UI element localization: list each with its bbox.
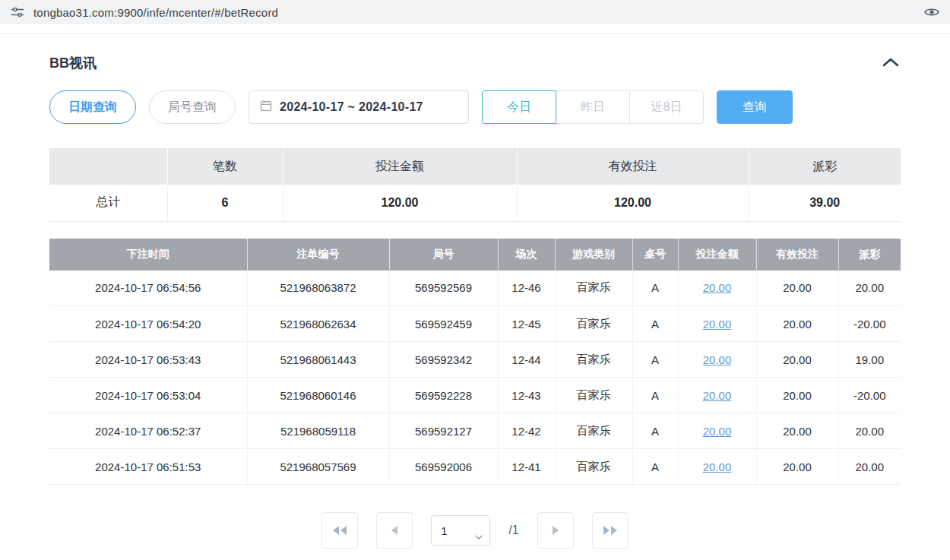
page-select-wrap: 1 [431,515,490,546]
cell-table-no: A [632,306,678,342]
cell-game-type: 百家乐 [555,449,632,485]
cell-table-no: A [632,271,678,306]
bet-record-page: BB视讯 日期查询 局号查询 2024-10-17 ~ 2024-10-17 今… [0,54,950,549]
cell-bet-time: 2024-10-17 06:54:20 [49,306,247,342]
cell-bet-id: 521968062634 [247,306,389,342]
cell-session: 12-44 [498,342,555,378]
left-arrow-icon [390,524,399,536]
cell-bet-id: 521968059118 [247,413,389,449]
cell-payout: 19.00 [838,342,901,378]
summary-table: 笔数 投注金额 有效投注 派彩 总计 6 120.00 120.00 39.00 [49,148,901,222]
cell-valid-bet: 20.00 [756,306,838,342]
collapse-chevron-icon[interactable] [881,55,901,71]
cell-bet-id: 521968063872 [247,271,389,306]
cell-bet-time: 2024-10-17 06:53:43 [49,342,247,378]
cell-game-type: 百家乐 [555,342,632,378]
bet-amount-link[interactable]: 20.00 [703,281,732,294]
next-page-button[interactable] [537,512,574,549]
cell-round-id: 569592006 [389,449,498,485]
address-url[interactable]: tongbao31.com:9900/infe/mcenter/#/betRec… [33,6,915,19]
summary-count-value: 6 [167,185,283,221]
table-row: 2024-10-17 06:53:04 521968060146 5695922… [49,378,901,413]
table-row: 2024-10-17 06:54:20 521968062634 5695924… [49,306,901,342]
header-round-id: 局号 [389,239,498,271]
cell-round-id: 569592228 [389,378,498,413]
cell-session: 12-43 [498,378,555,413]
cell-game-type: 百家乐 [555,378,632,413]
yesterday-button[interactable]: 昨日 [556,90,630,124]
last8days-button[interactable]: 近8日 [629,90,704,124]
cell-valid-bet: 20.00 [756,342,838,378]
header-game-type: 游戏类别 [555,239,632,271]
cell-table-no: A [632,449,678,485]
today-button[interactable]: 今日 [482,90,556,124]
header-table-no: 桌号 [632,239,678,271]
summary-header-empty [49,148,167,185]
cell-game-type: 百家乐 [555,413,632,449]
preview-eye-icon[interactable] [924,7,939,17]
cell-game-type: 百家乐 [555,306,632,342]
cell-session: 12-42 [498,413,555,449]
cell-bet-time: 2024-10-17 06:54:56 [49,271,247,306]
panel-title: BB视讯 [49,54,97,72]
header-payout: 派彩 [838,239,901,271]
bet-records-table: 下注时间 注单编号 局号 场次 游戏类别 桌号 投注金额 有效投注 派彩 202… [49,239,901,486]
summary-bet-amount-value: 120.00 [283,185,517,221]
cell-payout: 20.00 [838,271,901,306]
panel-header: BB视讯 [49,54,901,72]
date-range-value: 2024-10-17 ~ 2024-10-17 [280,100,423,114]
round-query-tab[interactable]: 局号查询 [149,90,236,124]
right-arrow-icon [551,524,560,536]
bet-amount-link[interactable]: 20.00 [703,353,732,366]
header-valid-bet: 有效投注 [756,239,838,271]
cell-bet-id: 521968057569 [247,449,389,485]
summary-header-payout: 派彩 [749,148,901,185]
calendar-icon [260,100,272,115]
first-page-button[interactable] [321,512,358,549]
cell-table-no: A [632,378,678,413]
double-left-arrow-icon [331,524,348,536]
records-header-row: 下注时间 注单编号 局号 场次 游戏类别 桌号 投注金额 有效投注 派彩 [49,239,901,271]
quick-range-group: 今日 昨日 近8日 [482,90,704,124]
table-row: 2024-10-17 06:52:37 521968059118 5695921… [49,413,901,449]
cell-round-id: 569592459 [389,306,498,342]
prev-page-button[interactable] [376,512,413,549]
cell-round-id: 569592127 [389,413,498,449]
summary-header-row: 笔数 投注金额 有效投注 派彩 [49,148,901,185]
table-row: 2024-10-17 06:53:43 521968061443 5695923… [49,342,901,378]
filter-toolbar: 日期查询 局号查询 2024-10-17 ~ 2024-10-17 今日 昨日 … [49,90,901,124]
header-bet-id: 注单编号 [247,239,389,271]
site-info-icon[interactable] [11,5,24,19]
double-right-arrow-icon [602,524,619,536]
search-button[interactable]: 查询 [717,90,793,124]
summary-total-label: 总计 [49,185,167,221]
summary-header-bet-amount: 投注金额 [283,148,517,185]
separator-line [0,33,950,34]
date-range-picker[interactable]: 2024-10-17 ~ 2024-10-17 [249,90,469,124]
bet-amount-link[interactable]: 20.00 [703,318,732,331]
bet-amount-link[interactable]: 20.00 [703,460,732,473]
header-bet-amount: 投注金额 [678,239,756,271]
page-select[interactable]: 1 [432,516,489,545]
pagination: 1 /1 [49,512,901,549]
cell-valid-bet: 20.00 [756,271,838,306]
cell-bet-time: 2024-10-17 06:51:53 [49,449,247,485]
cell-payout: 20.00 [838,413,901,449]
page-total: /1 [508,524,518,537]
bet-amount-link[interactable]: 20.00 [703,425,732,438]
summary-valid-bet-value: 120.00 [517,185,749,221]
date-query-tab[interactable]: 日期查询 [49,90,136,124]
cell-bet-time: 2024-10-17 06:52:37 [49,413,247,449]
cell-payout: -20.00 [838,378,901,413]
cell-session: 12-46 [498,271,555,306]
cell-table-no: A [632,413,678,449]
cell-payout: -20.00 [838,306,901,342]
bet-amount-link[interactable]: 20.00 [703,389,732,402]
summary-header-count: 笔数 [167,148,283,185]
cell-game-type: 百家乐 [555,271,632,306]
cell-payout: 20.00 [838,449,901,485]
table-row: 2024-10-17 06:54:56 521968063872 5695925… [49,271,901,306]
cell-table-no: A [632,342,678,378]
last-page-button[interactable] [592,512,629,549]
cell-valid-bet: 20.00 [756,378,838,413]
